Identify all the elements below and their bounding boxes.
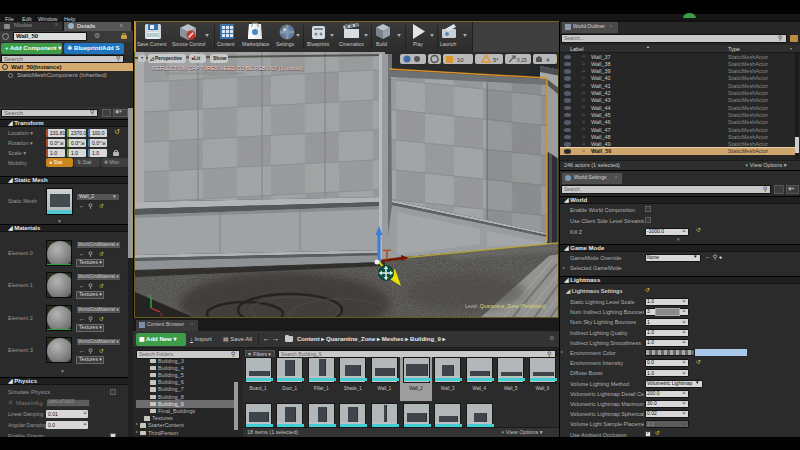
svg-text:0.25: 0.25 (517, 57, 527, 63)
svg-text:5°: 5° (493, 57, 499, 63)
svg-text:10: 10 (457, 57, 464, 63)
